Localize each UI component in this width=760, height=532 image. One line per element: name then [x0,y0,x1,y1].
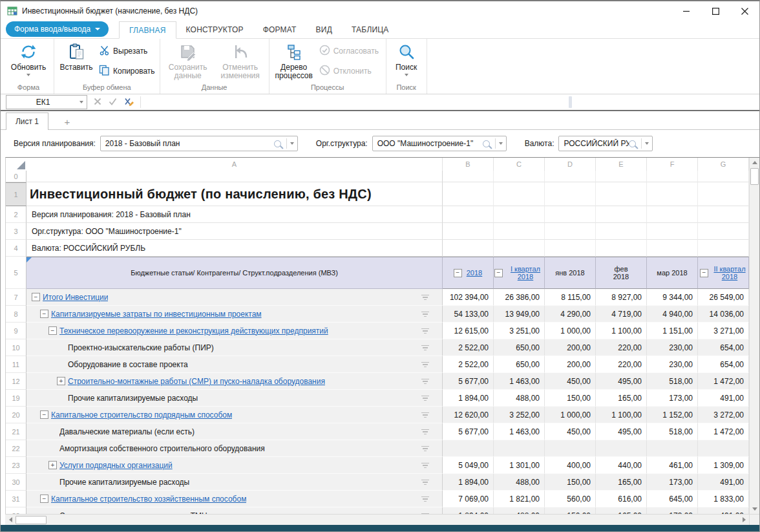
grid-cell[interactable] [545,240,596,257]
close-button[interactable] [730,1,759,21]
approve-button[interactable]: Согласовать [317,44,384,58]
ribbon-tab-0[interactable]: ГЛАВНАЯ [119,21,176,39]
ribbon-tab-2[interactable]: ФОРМАТ [253,21,306,38]
collapse-button[interactable]: − [494,269,503,277]
vertical-scroll-thumb[interactable] [750,168,759,185]
info-cell[interactable]: Версия планирования: 2018 - Базовый план [26,206,443,223]
collapse-button[interactable]: − [454,269,462,277]
column-header-E[interactable]: E [596,158,647,171]
row-number-21[interactable]: 21 [6,423,26,440]
value-cell[interactable]: 150,00 [545,474,596,491]
value-cell[interactable]: 1 472,00 [698,373,749,390]
value-cell[interactable]: 230,00 [647,356,698,373]
horizontal-scroll-track[interactable] [16,515,739,525]
budget-item-cell[interactable]: Амортизация собственного строительного о… [26,440,443,457]
value-cell[interactable]: 2 522,00 [443,356,494,373]
value-cell[interactable]: 1 301,00 [494,457,545,474]
value-cell[interactable]: 461,00 [647,457,698,474]
value-cell[interactable]: 9 344,00 [647,289,698,306]
grid-cell[interactable] [596,206,647,223]
value-cell[interactable]: 1 894,00 [443,390,494,407]
value-cell[interactable]: 165,00 [596,390,647,407]
grid-cell[interactable] [698,171,749,182]
budget-items-header[interactable]: Бюджетные статьи/ Контрагенты/ Структ.по… [26,257,443,289]
filter-icon[interactable] [421,429,429,435]
period-column-header-3[interactable]: фев 2018 [596,257,647,289]
value-cell[interactable]: 495,00 [596,423,647,440]
value-cell[interactable]: 200,00 [545,356,596,373]
value-cell[interactable]: 654,00 [698,356,749,373]
budget-item-cell[interactable]: Оборудование в составе проекта [26,356,443,373]
budget-item-cell[interactable]: −Техническое перевооружение и реконструк… [26,323,443,339]
value-cell[interactable]: 654,00 [698,339,749,356]
row-number-19[interactable]: 19 [6,390,26,407]
filter-combo-2[interactable]: РОССИЙСКИЙ РУБЛЬ [558,136,653,151]
grid-cell[interactable] [596,182,647,206]
budget-item-cell[interactable]: −Итого Инвестиции [26,289,443,306]
grid-cell[interactable] [596,223,647,240]
budget-item-label[interactable]: Капитальное строительство хозяйственным … [51,495,246,504]
value-cell[interactable]: 3 252,00 [494,407,545,423]
paste-button[interactable]: Вставить [56,41,96,72]
row-number-5[interactable]: 5 [6,257,26,289]
grid-cell[interactable] [698,206,749,223]
period-column-header-1[interactable]: −I квартал 2018 [494,257,545,289]
filter-icon[interactable] [421,362,429,368]
column-header-F[interactable]: F [647,158,698,171]
row-number-32[interactable]: 32 [6,507,26,514]
value-cell[interactable]: 1 000,00 [545,323,596,339]
budget-item-cell[interactable]: Строительные материалы и прочие ТМЦ в со… [26,507,443,514]
value-cell[interactable]: 3 251,00 [494,323,545,339]
budget-item-label[interactable]: Строительно-монтажные работы (СМР) и пус… [68,377,325,386]
formula-input[interactable] [141,94,567,110]
value-cell[interactable] [545,440,596,457]
value-cell[interactable]: 14 036,00 [698,306,749,323]
value-cell[interactable]: 7 069,00 [443,491,494,507]
value-cell[interactable]: 1 472,00 [698,423,749,440]
save-data-button[interactable]: Сохранить данные [162,41,214,80]
value-cell[interactable]: 26 386,00 [494,289,545,306]
grid-cell[interactable] [698,182,749,206]
period-column-header-0[interactable]: −2018 [443,257,494,289]
value-cell[interactable]: 4 940,00 [647,306,698,323]
grid-cell[interactable] [647,240,698,257]
budget-item-cell[interactable]: −Капитализируемые затраты по инвестицион… [26,306,443,323]
collapse-button[interactable]: − [32,293,40,301]
value-cell[interactable]: 400,00 [545,457,596,474]
budget-item-label[interactable]: Услуги подрядных организаций [59,461,173,470]
horizontal-scrollbar[interactable] [5,514,759,525]
value-cell[interactable]: 1 463,00 [494,423,545,440]
cell-reference-box[interactable]: ЕК1 [6,95,87,109]
value-cell[interactable]: 440,00 [596,457,647,474]
chevron-down-icon[interactable] [645,142,649,145]
grid-cell[interactable] [494,223,545,240]
row-number-10[interactable]: 10 [6,339,26,356]
horizontal-scroll-thumb[interactable] [16,516,47,524]
grid-cell[interactable] [443,240,494,257]
period-label[interactable]: I квартал 2018 [507,265,544,281]
grid-cell[interactable] [443,171,494,182]
value-cell[interactable]: 4 290,00 [545,306,596,323]
value-cell[interactable]: 1 000,00 [545,407,596,423]
value-cell[interactable]: 3 272,00 [698,407,749,423]
grid-cell[interactable] [596,240,647,257]
refresh-button[interactable]: Обновить [5,41,52,76]
value-cell[interactable]: 173,00 [647,474,698,491]
period-column-header-5[interactable]: −II квартал 2018 [698,257,749,289]
value-cell[interactable]: 491,00 [698,390,749,407]
value-cell[interactable] [647,440,698,457]
value-cell[interactable] [494,440,545,457]
filter-icon[interactable] [421,312,429,317]
filter-icon[interactable] [421,379,429,385]
vertical-scroll-track[interactable] [750,167,759,504]
value-cell[interactable]: 165,00 [596,474,647,491]
filter-icon[interactable] [421,345,429,351]
value-cell[interactable]: 2 522,00 [443,339,494,356]
grid-cell[interactable] [647,206,698,223]
budget-item-label[interactable]: Техническое перевооружение и реконструкц… [59,326,328,335]
row-number-0[interactable]: 0 [6,171,26,182]
grid-cell[interactable] [698,240,749,257]
value-cell[interactable]: 1 152,00 [647,407,698,423]
minimize-button[interactable] [672,1,701,21]
formula-bar-splitter[interactable] [569,96,572,108]
